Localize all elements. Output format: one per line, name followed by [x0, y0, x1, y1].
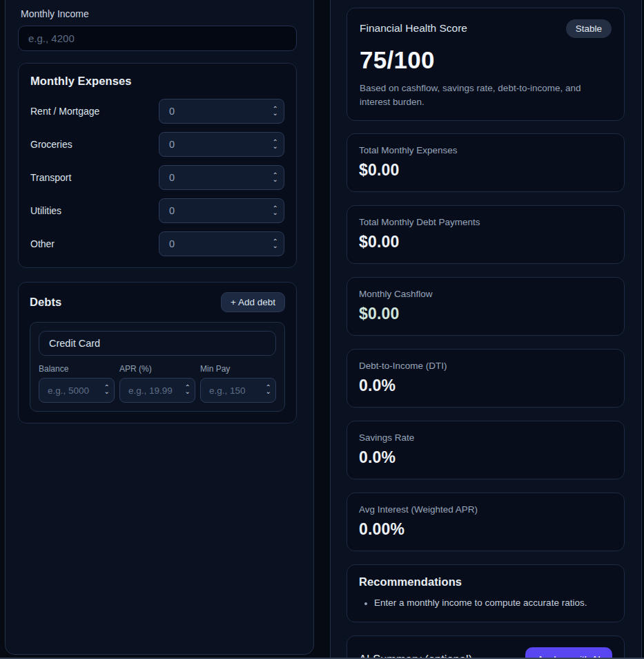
groceries-input[interactable]: [159, 132, 284, 157]
results-panel: Financial Health Score Stable 75/100 Bas…: [330, 0, 642, 659]
stepper-icon[interactable]: ⌃⌄: [185, 385, 191, 394]
stat-label: Avg Interest (Weighted APR): [359, 504, 612, 515]
recommendations-card: Recommendations Enter a monthly income t…: [347, 564, 625, 622]
stat-label: Total Monthly Debt Payments: [359, 217, 612, 227]
expense-row-utilities: Utilities ⌃⌄: [30, 198, 284, 223]
expense-label: Utilities: [30, 205, 61, 216]
apr-input[interactable]: [119, 378, 195, 403]
stat-value: 0.0%: [359, 448, 612, 467]
stat-label: Debt-to-Income (DTI): [359, 361, 612, 371]
debt-minpay-field: Min Pay ⌃⌄: [200, 364, 276, 403]
stat-value: 0.00%: [359, 520, 612, 539]
debt-balance-field: Balance ⌃⌄: [39, 364, 115, 403]
apr-label: APR (%): [119, 364, 195, 374]
minpay-input[interactable]: [200, 378, 276, 403]
score-description: Based on cashflow, savings rate, debt-to…: [360, 82, 612, 109]
expense-row-rent: Rent / Mortgage ⌃⌄: [30, 99, 284, 124]
stat-label: Savings Rate: [359, 432, 612, 443]
stepper-icon[interactable]: ⌃⌄: [273, 207, 278, 215]
stat-monthly-cashflow: Monthly Cashflow $0.00: [347, 277, 625, 336]
debt-item: Balance ⌃⌄ APR (%) ⌃⌄: [30, 322, 285, 412]
expense-label: Other: [30, 238, 55, 249]
utilities-input[interactable]: [159, 198, 284, 223]
rent-input[interactable]: [159, 99, 284, 124]
ai-summary-card: AI Summary (optional) Analyze with AI: [347, 636, 625, 659]
financial-health-score-card: Financial Health Score Stable 75/100 Bas…: [347, 8, 625, 121]
stepper-icon[interactable]: ⌃⌄: [266, 385, 271, 394]
stat-dti: Debt-to-Income (DTI) 0.0%: [347, 349, 625, 408]
debt-name-input[interactable]: [39, 331, 276, 356]
expense-label: Groceries: [30, 139, 72, 150]
expense-label: Transport: [30, 172, 71, 183]
monthly-income-input[interactable]: [18, 26, 297, 51]
debts-title: Debts: [30, 296, 61, 309]
stepper-icon[interactable]: ⌃⌄: [104, 385, 110, 394]
expense-label: Rent / Mortgage: [30, 106, 99, 117]
stat-label: Total Monthly Expenses: [359, 145, 612, 155]
balance-label: Balance: [39, 364, 115, 374]
monthly-expenses-card: Monthly Expenses Rent / Mortgage ⌃⌄ Groc…: [18, 63, 297, 268]
stepper-icon[interactable]: ⌃⌄: [273, 140, 278, 149]
score-title: Financial Health Score: [360, 19, 467, 35]
stat-savings-rate: Savings Rate 0.0%: [347, 421, 625, 479]
monthly-income-label: Monthly Income: [21, 8, 297, 19]
balance-input[interactable]: [39, 378, 115, 403]
score-value: 75/100: [360, 46, 612, 74]
expense-row-other: Other ⌃⌄: [30, 231, 284, 256]
debt-apr-field: APR (%) ⌃⌄: [119, 364, 195, 403]
stat-value: 0.0%: [359, 376, 612, 395]
stat-label: Monthly Cashflow: [359, 289, 612, 299]
stat-total-debt-payments: Total Monthly Debt Payments $0.00: [347, 205, 625, 264]
stepper-icon[interactable]: ⌃⌄: [273, 240, 278, 248]
stepper-icon[interactable]: ⌃⌄: [273, 107, 278, 115]
stat-total-expenses: Total Monthly Expenses $0.00: [347, 133, 625, 192]
recommendations-title: Recommendations: [359, 575, 612, 589]
transport-input[interactable]: [159, 165, 284, 190]
debts-card: Debts + Add debt Balance ⌃⌄ APR (%): [18, 282, 297, 423]
stat-value: $0.00: [359, 161, 612, 180]
expense-row-groceries: Groceries ⌃⌄: [30, 132, 284, 157]
recommendations-list: Enter a monthly income to compute accura…: [359, 596, 612, 610]
expense-row-transport: Transport ⌃⌄: [30, 165, 284, 190]
monthly-expenses-title: Monthly Expenses: [30, 75, 284, 88]
stat-value: $0.00: [359, 305, 612, 323]
inputs-panel: Monthly Income Monthly Expenses Rent / M…: [5, 0, 314, 655]
other-input[interactable]: [159, 231, 284, 256]
stat-value: $0.00: [359, 233, 612, 251]
stat-avg-interest: Avg Interest (Weighted APR) 0.00%: [347, 493, 625, 551]
minpay-label: Min Pay: [200, 364, 276, 374]
app-viewport: Monthly Income Monthly Expenses Rent / M…: [0, 0, 644, 659]
status-badge: Stable: [566, 19, 612, 38]
stepper-icon[interactable]: ⌃⌄: [273, 173, 278, 182]
add-debt-button[interactable]: + Add debt: [221, 292, 285, 312]
recommendation-item: Enter a monthly income to compute accura…: [374, 596, 612, 610]
